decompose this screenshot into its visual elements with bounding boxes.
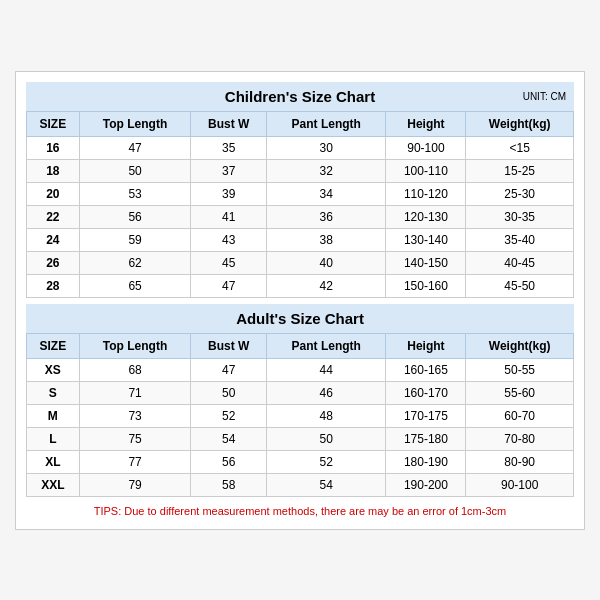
col-header-top-length: Top Length bbox=[79, 111, 191, 136]
data-cell: 50 bbox=[191, 381, 267, 404]
chart-container: Children's Size Chart UNIT: CM SIZE Top … bbox=[15, 71, 585, 530]
data-cell: 32 bbox=[267, 159, 386, 182]
adult-col-header-top-length: Top Length bbox=[79, 333, 191, 358]
col-header-height: Height bbox=[386, 111, 466, 136]
size-cell: 20 bbox=[27, 182, 80, 205]
data-cell: 48 bbox=[267, 404, 386, 427]
children-table-row: 22564136120-13030-35 bbox=[27, 205, 574, 228]
data-cell: 170-175 bbox=[386, 404, 466, 427]
data-cell: 180-190 bbox=[386, 450, 466, 473]
adult-col-header-weight: Weight(kg) bbox=[466, 333, 574, 358]
col-header-bust-w: Bust W bbox=[191, 111, 267, 136]
children-table-row: 28654742150-16045-50 bbox=[27, 274, 574, 297]
data-cell: 47 bbox=[191, 358, 267, 381]
data-cell: 160-170 bbox=[386, 381, 466, 404]
data-cell: 15-25 bbox=[466, 159, 574, 182]
data-cell: 44 bbox=[267, 358, 386, 381]
data-cell: 35-40 bbox=[466, 228, 574, 251]
data-cell: 90-100 bbox=[466, 473, 574, 496]
data-cell: 36 bbox=[267, 205, 386, 228]
data-cell: 80-90 bbox=[466, 450, 574, 473]
data-cell: 70-80 bbox=[466, 427, 574, 450]
children-header-row: SIZE Top Length Bust W Pant Length Heigh… bbox=[27, 111, 574, 136]
data-cell: 40-45 bbox=[466, 251, 574, 274]
adult-col-header-pant-length: Pant Length bbox=[267, 333, 386, 358]
data-cell: 120-130 bbox=[386, 205, 466, 228]
data-cell: 58 bbox=[191, 473, 267, 496]
data-cell: 37 bbox=[191, 159, 267, 182]
data-cell: 43 bbox=[191, 228, 267, 251]
adult-section: Adult's Size Chart SIZE Top Length Bust … bbox=[26, 304, 574, 497]
children-table-row: 26624540140-15040-45 bbox=[27, 251, 574, 274]
size-cell: 18 bbox=[27, 159, 80, 182]
data-cell: 52 bbox=[267, 450, 386, 473]
data-cell: 53 bbox=[79, 182, 191, 205]
data-cell: 45 bbox=[191, 251, 267, 274]
data-cell: 35 bbox=[191, 136, 267, 159]
adult-table-row: S715046160-17055-60 bbox=[27, 381, 574, 404]
data-cell: 175-180 bbox=[386, 427, 466, 450]
data-cell: 100-110 bbox=[386, 159, 466, 182]
adult-col-header-size: SIZE bbox=[27, 333, 80, 358]
adult-table-row: XXL795854190-20090-100 bbox=[27, 473, 574, 496]
data-cell: 38 bbox=[267, 228, 386, 251]
col-header-pant-length: Pant Length bbox=[267, 111, 386, 136]
adult-header-row: SIZE Top Length Bust W Pant Length Heigh… bbox=[27, 333, 574, 358]
size-cell: 22 bbox=[27, 205, 80, 228]
children-table-row: 18503732100-11015-25 bbox=[27, 159, 574, 182]
data-cell: 160-165 bbox=[386, 358, 466, 381]
size-cell: XXL bbox=[27, 473, 80, 496]
data-cell: 68 bbox=[79, 358, 191, 381]
data-cell: 110-120 bbox=[386, 182, 466, 205]
size-cell: XL bbox=[27, 450, 80, 473]
data-cell: 73 bbox=[79, 404, 191, 427]
data-cell: 59 bbox=[79, 228, 191, 251]
col-header-weight: Weight(kg) bbox=[466, 111, 574, 136]
data-cell: 30-35 bbox=[466, 205, 574, 228]
data-cell: 47 bbox=[79, 136, 191, 159]
data-cell: 75 bbox=[79, 427, 191, 450]
adult-col-header-height: Height bbox=[386, 333, 466, 358]
size-cell: 16 bbox=[27, 136, 80, 159]
data-cell: 47 bbox=[191, 274, 267, 297]
size-cell: M bbox=[27, 404, 80, 427]
adult-section-title: Adult's Size Chart bbox=[26, 304, 574, 333]
unit-label: UNIT: CM bbox=[523, 91, 566, 102]
data-cell: 190-200 bbox=[386, 473, 466, 496]
adult-title-text: Adult's Size Chart bbox=[236, 310, 364, 327]
children-table: SIZE Top Length Bust W Pant Length Heigh… bbox=[26, 111, 574, 298]
data-cell: 150-160 bbox=[386, 274, 466, 297]
data-cell: 90-100 bbox=[386, 136, 466, 159]
size-cell: 26 bbox=[27, 251, 80, 274]
data-cell: 77 bbox=[79, 450, 191, 473]
data-cell: 54 bbox=[191, 427, 267, 450]
data-cell: 46 bbox=[267, 381, 386, 404]
data-cell: 34 bbox=[267, 182, 386, 205]
adult-table: SIZE Top Length Bust W Pant Length Heigh… bbox=[26, 333, 574, 497]
data-cell: 50 bbox=[267, 427, 386, 450]
data-cell: 60-70 bbox=[466, 404, 574, 427]
data-cell: 130-140 bbox=[386, 228, 466, 251]
size-cell: L bbox=[27, 427, 80, 450]
data-cell: 50 bbox=[79, 159, 191, 182]
size-cell: 24 bbox=[27, 228, 80, 251]
data-cell: 40 bbox=[267, 251, 386, 274]
children-table-row: 24594338130-14035-40 bbox=[27, 228, 574, 251]
data-cell: 45-50 bbox=[466, 274, 574, 297]
data-cell: 52 bbox=[191, 404, 267, 427]
data-cell: 50-55 bbox=[466, 358, 574, 381]
size-cell: 28 bbox=[27, 274, 80, 297]
children-title-text: Children's Size Chart bbox=[225, 88, 375, 105]
adult-table-row: XL775652180-19080-90 bbox=[27, 450, 574, 473]
data-cell: 54 bbox=[267, 473, 386, 496]
data-cell: <15 bbox=[466, 136, 574, 159]
size-cell: XS bbox=[27, 358, 80, 381]
data-cell: 30 bbox=[267, 136, 386, 159]
data-cell: 56 bbox=[191, 450, 267, 473]
col-header-size: SIZE bbox=[27, 111, 80, 136]
data-cell: 140-150 bbox=[386, 251, 466, 274]
children-table-row: 20533934110-12025-30 bbox=[27, 182, 574, 205]
adult-col-header-bust-w: Bust W bbox=[191, 333, 267, 358]
data-cell: 65 bbox=[79, 274, 191, 297]
data-cell: 79 bbox=[79, 473, 191, 496]
